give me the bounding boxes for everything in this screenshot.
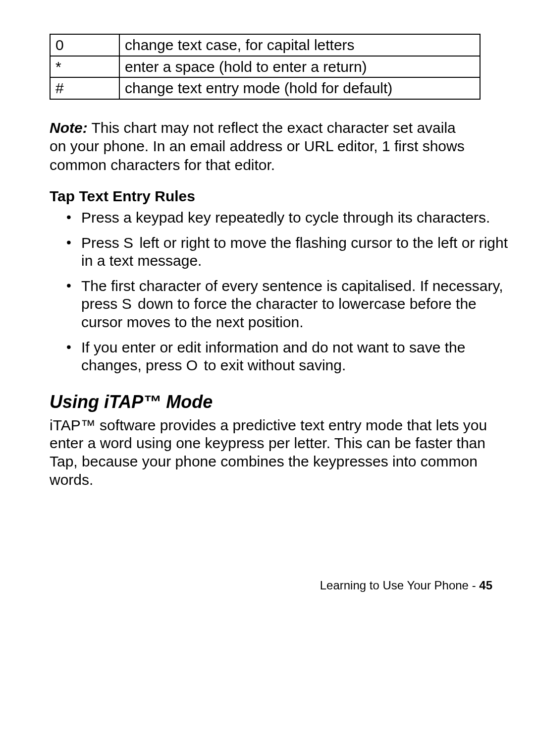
page-number: 45 — [479, 579, 492, 592]
note-text: This chart may not reflect the exact cha… — [88, 119, 456, 136]
note-text: first shows — [390, 138, 465, 154]
nav-key-glyph: S — [123, 234, 135, 251]
note-label: Note: — [50, 119, 88, 136]
table-row: 0 change text case, for capital letters — [50, 34, 480, 56]
note-text: on your phone. In an email address or UR… — [50, 138, 382, 154]
table-body: 0 change text case, for capital letters … — [50, 34, 480, 99]
itap-heading: Using iTAP™ Mode — [50, 392, 524, 412]
desc-cell: change text entry mode (hold for default… — [119, 77, 480, 99]
key-cell: 0 — [50, 34, 119, 56]
key-cell: # — [50, 77, 119, 99]
key-cell: * — [50, 56, 119, 78]
list-text: to exit without saving. — [200, 357, 346, 373]
note-key-glyph: 1 — [382, 138, 390, 154]
list-text: down to force the character to lowercase… — [81, 295, 477, 330]
body-text: Tap, — [50, 453, 78, 469]
list-text: Press a keypad key repeatedly to cycle t… — [81, 209, 490, 226]
note-paragraph: Note: This chart may not reflect the exa… — [50, 118, 524, 174]
list-item: Press S left or right to move the flashi… — [81, 234, 517, 270]
footer-section-name: Learning to Use Your Phone — [320, 579, 469, 592]
body-text: iTAP™ software provides a predictive tex… — [50, 417, 487, 452]
tap-rules-list: Press a keypad key repeatedly to cycle t… — [50, 209, 524, 375]
tap-rules-heading: Tap Text Entry Rules — [50, 188, 524, 205]
desc-cell: change text case, for capital letters — [119, 34, 480, 56]
itap-body: iTAP™ software provides a predictive tex… — [50, 416, 495, 489]
end-key-glyph: O — [186, 357, 200, 373]
desc-cell: enter a space (hold to enter a return) — [119, 56, 480, 78]
list-text: Press — [81, 234, 123, 251]
footer-separator: - — [469, 579, 479, 592]
list-text: left or right to move the flashing curso… — [81, 234, 508, 269]
body-text: because your phone combines the keypress… — [50, 453, 478, 488]
page-footer: Learning to Use Your Phone - 45 — [320, 579, 492, 592]
table-row: # change text entry mode (hold for defau… — [50, 77, 480, 99]
list-item: Press a keypad key repeatedly to cycle t… — [81, 209, 517, 227]
key-function-table: 0 change text case, for capital letters … — [50, 34, 481, 100]
nav-key-glyph: S — [122, 295, 134, 312]
content-area: 0 change text case, for capital letters … — [50, 34, 524, 756]
table-row: * enter a space (hold to enter a return) — [50, 56, 480, 78]
list-item: The first character of every sentence is… — [81, 277, 517, 332]
note-text: common characters for that editor. — [50, 157, 275, 173]
list-item: If you enter or edit information and do … — [81, 339, 517, 375]
page: 0 change text case, for capital letters … — [0, 0, 535, 756]
